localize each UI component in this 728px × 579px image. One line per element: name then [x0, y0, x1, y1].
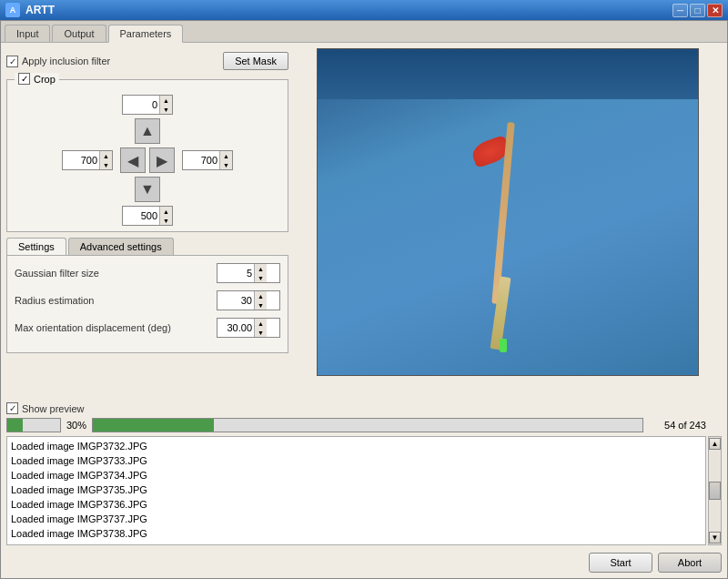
maximize-button[interactable]: □: [690, 4, 705, 17]
crop-top-up[interactable]: ▲: [159, 96, 172, 105]
crop-left-btns: ▲ ▼: [99, 151, 112, 169]
inclusion-filter-checkbox[interactable]: [6, 56, 18, 67]
tab-output[interactable]: Output: [52, 25, 106, 42]
gaussian-btns: ▲ ▼: [254, 264, 267, 282]
image-display: [317, 48, 699, 376]
crop-bottom-input[interactable]: [123, 210, 159, 221]
scroll-down-button[interactable]: ▼: [709, 532, 721, 543]
crop-right-input[interactable]: [183, 155, 219, 166]
start-button[interactable]: Start: [589, 553, 652, 573]
gaussian-label: Gaussian filter size: [15, 268, 217, 279]
log-line: Loaded image IMGP3733.JPG: [11, 453, 702, 468]
crop-controls: ▲ ▼ ▲ ▼ ▲: [13, 95, 282, 226]
progress-small-fill: [7, 419, 23, 432]
log-line: Loaded image IMGP3739.JPG: [11, 541, 702, 545]
crop-bottom-up[interactable]: ▲: [159, 207, 172, 216]
crop-top-down[interactable]: ▼: [159, 105, 172, 114]
image-background: [318, 49, 698, 375]
progress-large-fill: [93, 419, 214, 432]
radius-up[interactable]: ▲: [254, 291, 267, 300]
window-controls: ─ □ ✕: [672, 4, 723, 17]
orientation-label: Max orientation displacement (deg): [15, 322, 217, 333]
arrow-down[interactable]: ▼: [135, 177, 160, 202]
log-line: Loaded image IMGP3732.JPG: [11, 439, 702, 453]
radius-down[interactable]: ▼: [254, 300, 267, 310]
crop-left-input[interactable]: [63, 155, 99, 166]
setting-row-gaussian: Gaussian filter size ▲ ▼: [15, 263, 280, 283]
button-row: Start Abort: [6, 549, 722, 574]
crop-bottom-btns: ▲ ▼: [159, 207, 172, 225]
image-top-bar: [318, 49, 698, 99]
settings-tab-bar: Settings Advanced settings: [6, 238, 288, 256]
gaussian-up[interactable]: ▲: [254, 264, 267, 273]
radius-spinbox[interactable]: ▲ ▼: [217, 290, 280, 310]
crop-left-spinbox[interactable]: ▲ ▼: [62, 150, 113, 170]
crop-top-input[interactable]: [123, 99, 159, 110]
title-bar: A ARTT ─ □ ✕: [0, 0, 728, 20]
crop-left-down[interactable]: ▼: [99, 160, 112, 169]
crop-group: Crop ▲ ▼: [6, 79, 288, 232]
log-line: Loaded image IMGP3734.JPG: [11, 468, 702, 482]
content-area: Apply inclusion filter Set Mask Crop ▲: [1, 43, 727, 399]
tab-settings[interactable]: Settings: [6, 238, 66, 255]
log-line: Loaded image IMGP3736.JPG: [11, 497, 702, 512]
progress-small-bar: [6, 418, 61, 432]
crop-checkbox[interactable]: [18, 73, 30, 85]
abort-button[interactable]: Abort: [658, 553, 722, 573]
orientation-spinbox[interactable]: ▲ ▼: [217, 318, 280, 338]
crop-middle-row: ▲ ▼ ▲ ◀ ▶ ▼: [62, 118, 233, 202]
main-window: Input Output Parameters Apply inclusion …: [0, 20, 728, 579]
tab-parameters[interactable]: Parameters: [108, 25, 184, 43]
crop-right-spinbox[interactable]: ▲ ▼: [182, 150, 233, 170]
crop-left-up[interactable]: ▲: [99, 151, 112, 160]
tab-input[interactable]: Input: [5, 25, 50, 42]
gaussian-down[interactable]: ▼: [254, 273, 267, 282]
crop-top-spinbox[interactable]: ▲ ▼: [122, 95, 173, 115]
show-preview-label[interactable]: Show preview: [6, 402, 84, 414]
arrow-up[interactable]: ▲: [135, 118, 160, 144]
inclusion-filter-row: Apply inclusion filter Set Mask: [6, 48, 288, 74]
log-box[interactable]: Loaded image IMGP3732.JPGLoaded image IM…: [6, 436, 706, 545]
log-line: Loaded image IMGP3735.JPG: [11, 482, 702, 497]
inclusion-filter-label[interactable]: Apply inclusion filter: [6, 56, 110, 67]
settings-section: Settings Advanced settings Gaussian filt…: [6, 238, 288, 353]
tab-advanced-settings[interactable]: Advanced settings: [68, 238, 174, 255]
set-mask-button[interactable]: Set Mask: [223, 52, 288, 70]
app-title: ARTT: [25, 4, 55, 16]
orientation-down[interactable]: ▼: [254, 328, 267, 337]
right-panel: [294, 48, 722, 393]
crop-right-down[interactable]: ▼: [219, 160, 232, 169]
orientation-input[interactable]: [217, 322, 254, 333]
radius-input[interactable]: [217, 295, 254, 306]
crop-top-spinbox-buttons: ▲ ▼: [159, 96, 172, 114]
crop-right-btns: ▲ ▼: [219, 151, 232, 169]
scroll-thumb[interactable]: [709, 482, 721, 500]
progress-small-label: 30%: [66, 420, 86, 431]
crop-right-up[interactable]: ▲: [219, 151, 232, 160]
gaussian-input[interactable]: [217, 268, 254, 279]
log-line: Loaded image IMGP3737.JPG: [11, 512, 702, 526]
setting-row-orientation: Max orientation displacement (deg) ▲ ▼: [15, 318, 280, 338]
gaussian-spinbox[interactable]: ▲ ▼: [217, 263, 280, 283]
close-button[interactable]: ✕: [707, 4, 723, 17]
settings-panel: Gaussian filter size ▲ ▼ Radius estimati…: [6, 256, 288, 353]
log-line: Loaded image IMGP3738.JPG: [11, 526, 702, 541]
log-scrollbar[interactable]: ▲ ▼: [708, 436, 722, 545]
crop-bottom-spinbox[interactable]: ▲ ▼: [122, 206, 173, 226]
minimize-button[interactable]: ─: [672, 4, 688, 17]
show-preview-checkbox[interactable]: [6, 402, 18, 414]
radius-label: Radius estimation: [15, 295, 217, 306]
image-tip: [500, 339, 507, 352]
setting-row-radius: Radius estimation ▲ ▼: [15, 290, 280, 310]
progress-row: 30% 54 of 243: [6, 418, 722, 432]
arrow-right[interactable]: ▶: [149, 147, 175, 173]
radius-btns: ▲ ▼: [254, 291, 267, 310]
tab-bar: Input Output Parameters: [1, 21, 727, 43]
orientation-up[interactable]: ▲: [254, 319, 267, 328]
scroll-up-button[interactable]: ▲: [709, 438, 721, 450]
crop-bottom-down[interactable]: ▼: [159, 216, 172, 225]
show-preview-row: Show preview: [6, 402, 722, 414]
crop-group-title: Crop: [15, 73, 59, 85]
arrow-left[interactable]: ◀: [120, 147, 146, 173]
progress-count-label: 54 of 243: [649, 420, 722, 431]
